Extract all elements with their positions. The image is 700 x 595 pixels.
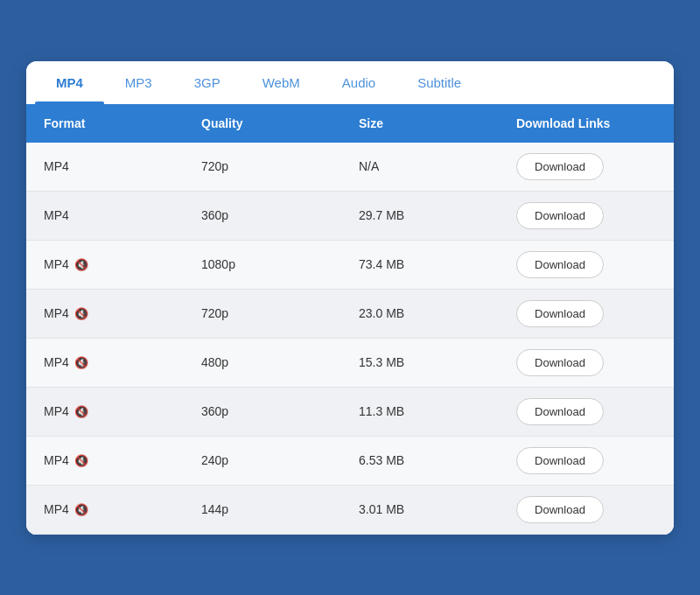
table-header: Format Quality Size Download Links [26,104,674,143]
cell-format: MP4🔇 [44,257,201,271]
cell-download: Download [516,153,656,180]
table-row: MP4🔇720p23.0 MBDownload [26,290,674,339]
tab-subtitle[interactable]: Subtitle [396,61,482,104]
mute-icon: 🔇 [74,356,88,369]
cell-quality: 720p [201,159,359,173]
table-row: MP4🔇1080p73.4 MBDownload [26,241,674,290]
tab-mp4[interactable]: MP4 [35,61,104,104]
cell-quality: 360p [201,208,359,222]
cell-quality: 144p [201,502,359,516]
download-button[interactable]: Download [516,300,604,327]
cell-download: Download [516,496,656,523]
mute-icon: 🔇 [74,307,88,320]
format-label: MP4 [44,159,69,173]
cell-format: MP4🔇 [44,453,201,467]
format-label: MP4 [44,306,69,320]
format-label: MP4 [44,355,69,369]
cell-format: MP4 [44,159,201,173]
mute-icon: 🔇 [74,503,88,516]
mute-icon: 🔇 [74,258,88,271]
format-label: MP4 [44,257,69,271]
mute-icon: 🔇 [74,405,88,418]
format-label: MP4 [44,208,69,222]
table-row: MP4🔇144p3.01 MBDownload [26,486,674,535]
format-label: MP4 [44,404,69,418]
download-button[interactable]: Download [516,202,604,229]
cell-size: 29.7 MB [359,208,516,222]
cell-download: Download [516,398,656,425]
cell-size: 3.01 MB [359,502,516,516]
mute-icon: 🔇 [74,454,88,467]
cell-download: Download [516,447,656,474]
table-row: MP4🔇240p6.53 MBDownload [26,437,674,486]
cell-size: 73.4 MB [359,257,516,271]
cell-size: 15.3 MB [359,355,516,369]
download-button[interactable]: Download [516,251,604,278]
cell-download: Download [516,202,656,229]
cell-quality: 360p [201,404,359,418]
table-row: MP4🔇480p15.3 MBDownload [26,339,674,388]
download-button[interactable]: Download [516,496,604,523]
cell-size: 11.3 MB [359,404,516,418]
cell-quality: 720p [201,306,359,320]
cell-size: N/A [359,159,516,173]
cell-size: 6.53 MB [359,453,516,467]
header-quality: Quality [201,113,359,134]
tab-3gp[interactable]: 3GP [173,61,242,104]
format-label: MP4 [44,453,69,467]
table-row: MP4720pN/ADownload [26,143,674,192]
download-button[interactable]: Download [516,153,604,180]
download-button[interactable]: Download [516,447,604,474]
header-format: Format [44,113,201,134]
cell-format: MP4🔇 [44,306,201,320]
download-button[interactable]: Download [516,349,604,376]
table-wrapper: Format Quality Size Download Links MP472… [26,104,674,535]
cell-quality: 240p [201,453,359,467]
tab-mp3[interactable]: MP3 [104,61,173,104]
cell-quality: 1080p [201,257,359,271]
cell-size: 23.0 MB [359,306,516,320]
cell-download: Download [516,300,656,327]
tab-audio[interactable]: Audio [321,61,396,104]
cell-format: MP4 [44,208,201,222]
tab-webm[interactable]: WebM [242,61,321,104]
cell-format: MP4🔇 [44,404,201,418]
table-body: MP4720pN/ADownloadMP4360p29.7 MBDownload… [26,143,674,535]
format-label: MP4 [44,502,69,516]
cell-quality: 480p [201,355,359,369]
table-row: MP4360p29.7 MBDownload [26,192,674,241]
main-card: MP4MP33GPWebMAudioSubtitle Format Qualit… [26,61,674,535]
header-download: Download Links [516,113,656,134]
cell-download: Download [516,349,656,376]
cell-format: MP4🔇 [44,502,201,516]
cell-download: Download [516,251,656,278]
tab-bar: MP4MP33GPWebMAudioSubtitle [26,61,674,104]
download-button[interactable]: Download [516,398,604,425]
cell-format: MP4🔇 [44,355,201,369]
table-row: MP4🔇360p11.3 MBDownload [26,388,674,437]
header-size: Size [359,113,516,134]
